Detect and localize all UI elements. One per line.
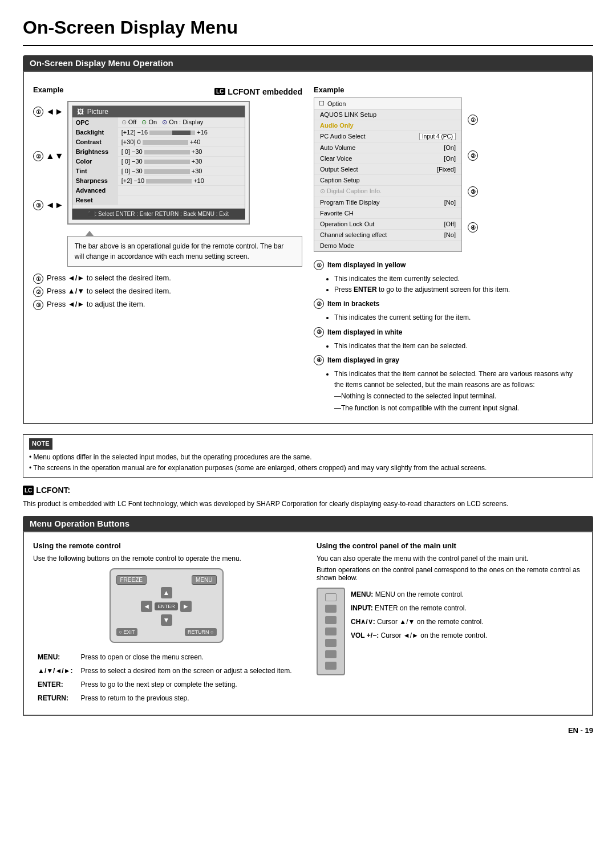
- lcfont-label-text: LCFONT:: [36, 486, 70, 495]
- right-menu-item-fav-ch: Favorite CH: [314, 208, 461, 219]
- btn-key: ENTER:: [34, 678, 76, 691]
- mob-content: Using the remote control Use the followi…: [33, 541, 583, 706]
- annot-num-4: ④: [314, 355, 324, 365]
- mob-left-subtitle: Using the remote control: [33, 541, 299, 550]
- lcfont-label-main: LC LCFONT:: [23, 484, 70, 496]
- button-table: MENU: Press to open or close the menu sc…: [33, 650, 299, 706]
- step-text-3: Press ◄/► to adjust the item.: [47, 300, 145, 308]
- lcfont-text: This product is embedded with LC Font te…: [23, 499, 593, 509]
- item-name: Caption Setup: [320, 177, 360, 184]
- mob-left-desc: Use the following buttons on the remote …: [33, 555, 299, 563]
- menu-icon: 🖼: [77, 108, 84, 116]
- mapping-vol: VOL +/−: Cursor ◄/► on the remote contro…: [351, 629, 487, 642]
- osd-right-panel: Example ☐ Option AQUOS LINK Setup: [314, 85, 583, 414]
- btn-key: MENU:: [34, 651, 76, 663]
- sub-dash-1: —Nothing is connected to the selected in…: [334, 390, 583, 402]
- right-menu-item-output: Output Select [Fixed]: [314, 164, 461, 175]
- row-name: OPC: [72, 117, 118, 128]
- menu-title-bar: 🖼 Picture: [72, 106, 245, 117]
- annot-circle-1: ①: [468, 115, 478, 125]
- table-row: OPC ⊙ Off ⊙ On ⊙ On : Display: [72, 117, 245, 128]
- annot-num-2: ②: [314, 299, 324, 309]
- down-arrow[interactable]: ▼: [161, 614, 172, 626]
- row-value: [ 0] −30 +30: [118, 166, 245, 176]
- arrow-icon-1: ◄►: [46, 107, 64, 117]
- mapping-menu: MENU: MENU on the remote control.: [351, 588, 487, 601]
- step-num-1: ①: [33, 274, 43, 284]
- btn-desc: Press to return to the previous step.: [78, 692, 298, 704]
- step-circle-3: ③: [33, 200, 43, 210]
- table-row: Contrast [+30] 0 +40: [72, 137, 245, 147]
- menu-annotations: ① ② ③ ④: [468, 97, 478, 233]
- btn-desc: Press to select a desired item on the sc…: [78, 665, 298, 677]
- item-value: [No]: [444, 199, 456, 206]
- step-num-3: ③: [33, 300, 43, 310]
- arrow-icon-3: ◄►: [46, 200, 64, 210]
- row-value: [+2] −10 +10: [118, 176, 245, 186]
- annot-item-3: ③ Item displayed in white: [314, 327, 583, 337]
- panel-menu-btn: [325, 605, 337, 613]
- panel-vol-up-btn: [325, 650, 337, 658]
- row-name: Reset: [72, 195, 118, 205]
- exit-circle: ○: [119, 629, 122, 635]
- panel-right-desc: MENU: MENU on the remote control. INPUT:…: [351, 588, 487, 642]
- step-circle-1: ①: [33, 107, 43, 117]
- note-label: NOTE: [29, 438, 52, 450]
- enter-btn[interactable]: ENTER: [155, 602, 178, 610]
- annot-title-1: Item displayed in yellow: [327, 260, 406, 270]
- btn-key: ▲/▼/◄/►:: [34, 665, 76, 677]
- row-name: Advanced: [72, 186, 118, 195]
- mob-right-subtitle: Using the control panel of the main unit: [317, 541, 583, 550]
- annot-num-3: ③: [314, 327, 324, 337]
- speech-bubble: The bar above is an operational guide fo…: [67, 236, 302, 267]
- steps-list: ① Press ◄/► to select the desired item. …: [33, 274, 302, 310]
- annot-item-2: ② Item in brackets: [314, 299, 583, 309]
- annot-circle-4: ④: [468, 222, 478, 233]
- nav-bar: ⬛: Select ENTER : Enter RETURN : Back ME…: [72, 209, 245, 219]
- item-name: Auto Volume: [320, 144, 355, 151]
- annot-circle-3: ③: [468, 186, 478, 197]
- table-row: Sharpness [+2] −10 +10: [72, 176, 245, 186]
- lc-badge: LC: [214, 88, 225, 95]
- right-arrow[interactable]: ►: [180, 601, 192, 612]
- row-name: Tint: [72, 166, 118, 176]
- up-arrow[interactable]: ▲: [161, 587, 172, 598]
- return-btn[interactable]: RETURN ○: [185, 628, 216, 636]
- annot-bullets-4: This indicates that the item cannot be s…: [325, 369, 583, 390]
- note-item-2: • The screens in the operation manual ar…: [29, 463, 587, 474]
- item-value: [Fixed]: [437, 166, 456, 173]
- table-row: Brightness [ 0] −30 +30: [72, 147, 245, 157]
- item-bracket: Input 4 (PC): [419, 133, 456, 140]
- row-name: Backlight: [72, 128, 118, 137]
- left-arrow[interactable]: ◄: [141, 601, 152, 612]
- return-label: RETURN: [188, 629, 209, 635]
- right-menu-item-prog-title: Program Title Display [No]: [314, 197, 461, 208]
- exit-label: EXIT: [123, 629, 135, 635]
- item-name: Output Select: [320, 166, 358, 173]
- annot-circle-2: ②: [468, 150, 478, 161]
- mapping-input: INPUT: ENTER on the remote control.: [351, 601, 487, 615]
- exit-btn[interactable]: ○ EXIT: [116, 628, 138, 636]
- right-menu-item-digital-caption: ⊙ Digital Caption Info.: [314, 186, 461, 197]
- remote-center: ▲ ◄ ENTER ► ▼: [116, 587, 217, 626]
- btn-desc: Press to go to the next step or complete…: [78, 678, 298, 691]
- item-name: Operation Lock Out: [320, 221, 374, 227]
- annot-num-1: ①: [314, 260, 324, 270]
- row-value: ⊙ Off ⊙ On ⊙ On : Display: [118, 117, 245, 128]
- bullet: This indicates that the item cannot be s…: [334, 369, 583, 390]
- osd-operation-section: On-Screen Display Menu Operation Example…: [23, 55, 593, 424]
- item-name: Clear Voice: [320, 155, 352, 162]
- sub-dash-2: —The function is not compatible with the…: [334, 402, 583, 414]
- item-name: PC Audio Select: [320, 133, 366, 140]
- item-name: Favorite CH: [320, 210, 354, 217]
- panel-power-btn: [325, 593, 337, 601]
- row-value: [118, 186, 245, 195]
- btn-key: RETURN:: [34, 692, 76, 704]
- right-menu-item-lock: Operation Lock Out [Off]: [314, 219, 461, 230]
- mob-section-header: Menu Operation Buttons: [23, 516, 593, 531]
- annot-bullets-3: This indicates that the item can be sele…: [325, 341, 583, 352]
- btn-row-arrows: ▲/▼/◄/►: Press to select a desired item …: [34, 665, 298, 677]
- bubble-text: The bar above is an operational guide fo…: [75, 242, 284, 260]
- remote-top-row: FREEZE MENU: [116, 575, 217, 585]
- annot-title-2: Item in brackets: [327, 299, 379, 309]
